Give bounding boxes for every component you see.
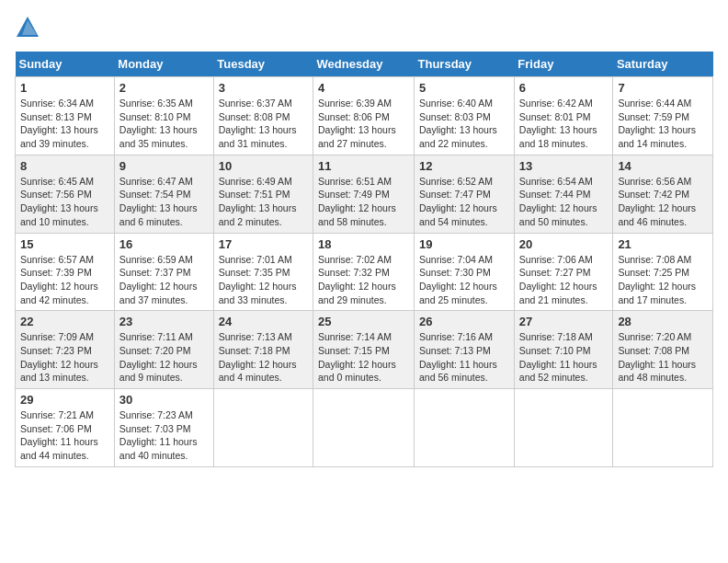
weekday-header: Sunday bbox=[16, 52, 115, 77]
calendar-cell: 14Sunrise: 6:56 AMSunset: 7:42 PMDayligh… bbox=[613, 155, 713, 233]
day-info: Sunrise: 7:23 AMSunset: 7:03 PMDaylight:… bbox=[119, 408, 209, 463]
calendar-cell bbox=[313, 389, 415, 467]
calendar-cell bbox=[213, 389, 313, 467]
calendar-cell bbox=[514, 389, 613, 467]
day-info: Sunrise: 6:54 AMSunset: 7:44 PMDaylight:… bbox=[519, 175, 609, 229]
calendar-cell bbox=[415, 389, 515, 467]
day-info: Sunrise: 7:01 AMSunset: 7:35 PMDaylight:… bbox=[219, 253, 308, 307]
calendar-cell: 9Sunrise: 6:47 AMSunset: 7:54 PMDaylight… bbox=[114, 155, 213, 233]
day-info: Sunrise: 6:56 AMSunset: 7:42 PMDaylight:… bbox=[618, 175, 708, 229]
day-number: 4 bbox=[318, 81, 409, 95]
calendar-cell: 11Sunrise: 6:51 AMSunset: 7:49 PMDayligh… bbox=[313, 155, 415, 233]
calendar-cell: 1Sunrise: 6:34 AMSunset: 8:13 PMDaylight… bbox=[16, 77, 115, 155]
logo-icon bbox=[15, 15, 40, 40]
weekday-header: Saturday bbox=[613, 52, 713, 77]
calendar-cell: 3Sunrise: 6:37 AMSunset: 8:08 PMDaylight… bbox=[213, 77, 313, 155]
page-header bbox=[15, 15, 713, 40]
day-number: 9 bbox=[119, 159, 209, 173]
day-number: 1 bbox=[20, 81, 109, 95]
day-number: 24 bbox=[219, 315, 308, 328]
day-info: Sunrise: 6:47 AMSunset: 7:54 PMDaylight:… bbox=[119, 175, 209, 229]
calendar-cell bbox=[613, 389, 713, 467]
day-number: 19 bbox=[419, 237, 509, 251]
calendar-cell: 13Sunrise: 6:54 AMSunset: 7:44 PMDayligh… bbox=[514, 155, 613, 233]
day-number: 2 bbox=[119, 81, 209, 95]
calendar-cell: 4Sunrise: 6:39 AMSunset: 8:06 PMDaylight… bbox=[313, 77, 415, 155]
day-number: 12 bbox=[419, 159, 509, 173]
weekday-header: Monday bbox=[114, 52, 213, 77]
day-info: Sunrise: 7:21 AMSunset: 7:06 PMDaylight:… bbox=[20, 408, 109, 463]
calendar-week-row: 29Sunrise: 7:21 AMSunset: 7:06 PMDayligh… bbox=[16, 389, 713, 467]
day-number: 20 bbox=[519, 237, 609, 251]
day-number: 22 bbox=[20, 315, 109, 328]
day-info: Sunrise: 6:49 AMSunset: 7:51 PMDaylight:… bbox=[219, 175, 308, 229]
day-number: 13 bbox=[519, 159, 609, 173]
header-row: SundayMondayTuesdayWednesdayThursdayFrid… bbox=[16, 52, 713, 77]
day-number: 10 bbox=[219, 159, 308, 173]
day-number: 30 bbox=[119, 393, 209, 407]
day-info: Sunrise: 6:42 AMSunset: 8:01 PMDaylight:… bbox=[519, 97, 609, 151]
day-number: 17 bbox=[219, 237, 308, 251]
calendar-week-row: 22Sunrise: 7:09 AMSunset: 7:23 PMDayligh… bbox=[16, 311, 713, 389]
calendar-cell: 24Sunrise: 7:13 AMSunset: 7:18 PMDayligh… bbox=[213, 311, 313, 389]
day-info: Sunrise: 7:18 AMSunset: 7:10 PMDaylight:… bbox=[519, 330, 609, 385]
day-info: Sunrise: 7:13 AMSunset: 7:18 PMDaylight:… bbox=[219, 330, 308, 385]
weekday-header: Wednesday bbox=[313, 52, 415, 77]
day-info: Sunrise: 7:04 AMSunset: 7:30 PMDaylight:… bbox=[419, 253, 509, 307]
day-number: 11 bbox=[318, 159, 409, 173]
calendar-cell: 12Sunrise: 6:52 AMSunset: 7:47 PMDayligh… bbox=[415, 155, 515, 233]
day-info: Sunrise: 6:34 AMSunset: 8:13 PMDaylight:… bbox=[20, 97, 109, 151]
day-number: 28 bbox=[618, 315, 708, 328]
day-info: Sunrise: 7:06 AMSunset: 7:27 PMDaylight:… bbox=[519, 253, 609, 307]
day-number: 5 bbox=[419, 81, 509, 95]
calendar-cell: 25Sunrise: 7:14 AMSunset: 7:15 PMDayligh… bbox=[313, 311, 415, 389]
day-number: 8 bbox=[20, 159, 109, 173]
day-info: Sunrise: 6:59 AMSunset: 7:37 PMDaylight:… bbox=[119, 253, 209, 307]
day-number: 26 bbox=[419, 315, 509, 328]
calendar-cell: 18Sunrise: 7:02 AMSunset: 7:32 PMDayligh… bbox=[313, 233, 415, 311]
calendar-cell: 29Sunrise: 7:21 AMSunset: 7:06 PMDayligh… bbox=[16, 389, 115, 467]
day-number: 6 bbox=[519, 81, 609, 95]
day-info: Sunrise: 6:45 AMSunset: 7:56 PMDaylight:… bbox=[20, 175, 109, 229]
calendar-cell: 10Sunrise: 6:49 AMSunset: 7:51 PMDayligh… bbox=[213, 155, 313, 233]
day-info: Sunrise: 6:44 AMSunset: 7:59 PMDaylight:… bbox=[618, 97, 708, 151]
calendar-cell: 2Sunrise: 6:35 AMSunset: 8:10 PMDaylight… bbox=[114, 77, 213, 155]
weekday-header: Thursday bbox=[415, 52, 515, 77]
day-info: Sunrise: 7:08 AMSunset: 7:25 PMDaylight:… bbox=[618, 253, 708, 307]
calendar-cell: 30Sunrise: 7:23 AMSunset: 7:03 PMDayligh… bbox=[114, 389, 213, 467]
calendar-cell: 21Sunrise: 7:08 AMSunset: 7:25 PMDayligh… bbox=[613, 233, 713, 311]
calendar-cell: 6Sunrise: 6:42 AMSunset: 8:01 PMDaylight… bbox=[514, 77, 613, 155]
day-info: Sunrise: 7:16 AMSunset: 7:13 PMDaylight:… bbox=[419, 330, 509, 385]
day-number: 18 bbox=[318, 237, 409, 251]
day-number: 14 bbox=[618, 159, 708, 173]
calendar-cell: 23Sunrise: 7:11 AMSunset: 7:20 PMDayligh… bbox=[114, 311, 213, 389]
day-info: Sunrise: 7:02 AMSunset: 7:32 PMDaylight:… bbox=[318, 253, 409, 307]
calendar-week-row: 1Sunrise: 6:34 AMSunset: 8:13 PMDaylight… bbox=[16, 77, 713, 155]
calendar-cell: 26Sunrise: 7:16 AMSunset: 7:13 PMDayligh… bbox=[415, 311, 515, 389]
day-info: Sunrise: 7:11 AMSunset: 7:20 PMDaylight:… bbox=[119, 330, 209, 385]
day-number: 7 bbox=[618, 81, 708, 95]
day-info: Sunrise: 6:39 AMSunset: 8:06 PMDaylight:… bbox=[318, 97, 409, 151]
day-info: Sunrise: 6:37 AMSunset: 8:08 PMDaylight:… bbox=[219, 97, 308, 151]
day-info: Sunrise: 6:40 AMSunset: 8:03 PMDaylight:… bbox=[419, 97, 509, 151]
day-info: Sunrise: 6:51 AMSunset: 7:49 PMDaylight:… bbox=[318, 175, 409, 229]
day-info: Sunrise: 7:20 AMSunset: 7:08 PMDaylight:… bbox=[618, 330, 708, 385]
calendar-cell: 22Sunrise: 7:09 AMSunset: 7:23 PMDayligh… bbox=[16, 311, 115, 389]
weekday-header: Friday bbox=[514, 52, 613, 77]
day-number: 29 bbox=[20, 393, 109, 407]
weekday-header: Tuesday bbox=[213, 52, 313, 77]
calendar-cell: 7Sunrise: 6:44 AMSunset: 7:59 PMDaylight… bbox=[613, 77, 713, 155]
day-number: 3 bbox=[219, 81, 308, 95]
day-number: 16 bbox=[119, 237, 209, 251]
calendar-cell: 19Sunrise: 7:04 AMSunset: 7:30 PMDayligh… bbox=[415, 233, 515, 311]
day-info: Sunrise: 6:57 AMSunset: 7:39 PMDaylight:… bbox=[20, 253, 109, 307]
day-number: 27 bbox=[519, 315, 609, 328]
calendar-week-row: 8Sunrise: 6:45 AMSunset: 7:56 PMDaylight… bbox=[16, 155, 713, 233]
calendar-table: SundayMondayTuesdayWednesdayThursdayFrid… bbox=[15, 52, 713, 467]
calendar-cell: 8Sunrise: 6:45 AMSunset: 7:56 PMDaylight… bbox=[16, 155, 115, 233]
day-info: Sunrise: 7:09 AMSunset: 7:23 PMDaylight:… bbox=[20, 330, 109, 385]
day-info: Sunrise: 6:35 AMSunset: 8:10 PMDaylight:… bbox=[119, 97, 209, 151]
day-number: 15 bbox=[20, 237, 109, 251]
calendar-cell: 15Sunrise: 6:57 AMSunset: 7:39 PMDayligh… bbox=[16, 233, 115, 311]
calendar-week-row: 15Sunrise: 6:57 AMSunset: 7:39 PMDayligh… bbox=[16, 233, 713, 311]
